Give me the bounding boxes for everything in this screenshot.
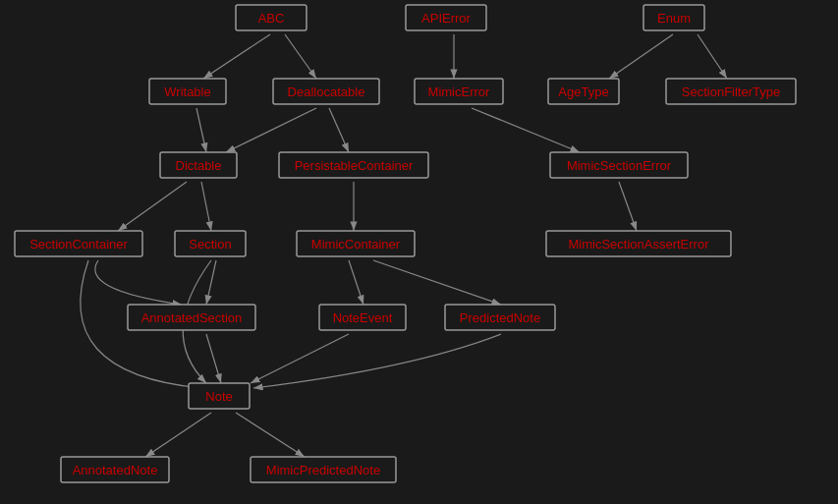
node-persistablecontainer: PersistableContainer (279, 152, 428, 178)
node-predictednote: PredictedNote (445, 305, 555, 330)
node-sectionfiltertype: SectionFilterType (666, 79, 796, 104)
edge-mimicsectionerror-mimicsectionasserterror (619, 182, 637, 231)
label-abc: ABC (258, 11, 285, 26)
node-noteevent: NoteEvent (319, 305, 406, 330)
label-note: Note (205, 389, 232, 404)
node-section: Section (175, 231, 246, 256)
node-annotatedsection: AnnotatedSection (128, 305, 255, 330)
label-dictable: Dictable (176, 158, 222, 173)
node-enum: Enum (643, 5, 704, 30)
node-mimicsectionerror: MimicSectionError (550, 152, 688, 178)
label-enum: Enum (657, 11, 691, 26)
edge-note-annotatednote (145, 413, 211, 457)
label-sectionfiltertype: SectionFilterType (682, 84, 780, 99)
label-sectioncontainer: SectionContainer (29, 237, 128, 252)
edge-deallocatable-dictable (226, 108, 316, 152)
label-predictednote: PredictedNote (460, 310, 540, 325)
edge-abc-deallocatable (285, 34, 316, 79)
node-sectioncontainer: SectionContainer (15, 231, 142, 256)
edge-enum-agetype (609, 34, 673, 79)
edge-deallocatable-persistablecontainer (329, 108, 349, 152)
edge-writable-dictable (196, 108, 206, 152)
edge-predictednote-note (253, 334, 501, 388)
node-deallocatable: Deallocatable (273, 79, 379, 104)
edge-dictable-section (201, 182, 211, 231)
node-dictable: Dictable (160, 152, 237, 178)
class-hierarchy-diagram: ABC APIError Enum Writable Deallocatable… (0, 0, 838, 504)
label-persistablecontainer: PersistableContainer (295, 158, 414, 173)
label-annotatedsection: AnnotatedSection (141, 310, 243, 325)
label-apierror: APIError (421, 11, 472, 26)
edge-mimicerror-mimicsectionerror (472, 108, 580, 152)
node-mimiccontainer: MimicContainer (297, 231, 415, 256)
node-mimicpredictednote: MimicPredictedNote (251, 457, 396, 482)
edge-note-mimicpredictednote (236, 413, 305, 457)
node-writable: Writable (149, 79, 226, 104)
edge-enum-sectionfiltertype (698, 34, 727, 79)
node-agetype: AgeType (548, 79, 619, 104)
edge-noteevent-note (251, 334, 349, 383)
node-apierror: APIError (406, 5, 486, 30)
label-mimicpredictednote: MimicPredictedNote (266, 463, 380, 477)
edge-abc-writable (203, 34, 270, 79)
label-deallocatable: Deallocatable (288, 84, 365, 99)
node-annotatednote: AnnotatedNote (61, 457, 169, 482)
label-mimicsectionasserterror: MimicSectionAssertError (568, 237, 709, 252)
edge-mimiccontainer-predictednote (373, 260, 501, 305)
node-note: Note (189, 383, 250, 409)
label-mimicsectionerror: MimicSectionError (567, 158, 672, 173)
edge-sectioncontainer-annotatedsection (95, 260, 182, 305)
edge-section-annotatedsection (206, 260, 216, 305)
label-noteevent: NoteEvent (333, 310, 393, 325)
edge-annotatedsection-note (206, 334, 221, 383)
label-mimiccontainer: MimicContainer (311, 237, 401, 252)
node-mimicerror: MimicError (415, 79, 503, 104)
label-agetype: AgeType (558, 84, 608, 99)
node-mimicsectionasserterror: MimicSectionAssertError (546, 231, 731, 256)
label-writable: Writable (164, 84, 210, 99)
label-annotatednote: AnnotatedNote (73, 463, 158, 477)
label-section: Section (189, 237, 231, 252)
label-mimicerror: MimicError (428, 84, 490, 99)
edge-mimiccontainer-noteevent (349, 260, 363, 305)
edge-dictable-sectioncontainer (118, 182, 187, 231)
node-abc: ABC (236, 5, 307, 30)
